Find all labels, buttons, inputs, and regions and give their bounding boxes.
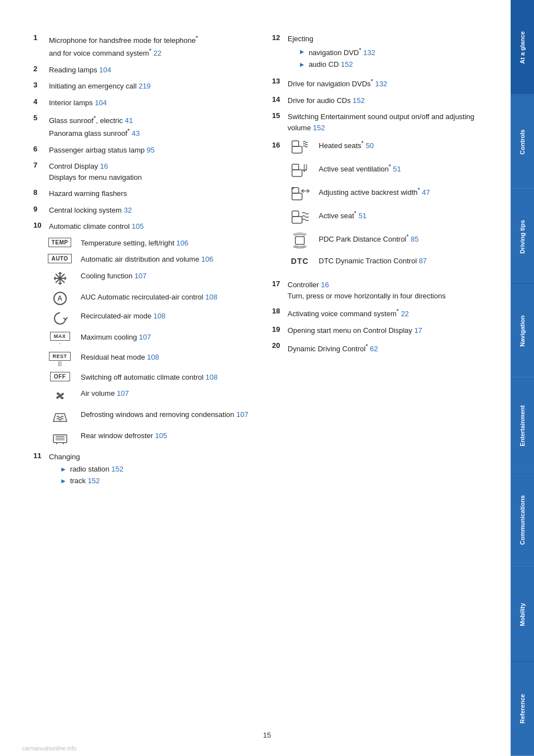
item-number: 17 — [272, 279, 283, 288]
climate-row-temp: TEMP Temperature setting, left/right 106 — [44, 238, 250, 249]
item-number: 2 — [33, 65, 44, 73]
off-badge: OFF — [44, 372, 75, 381]
item-number: 7 — [33, 161, 44, 169]
active-seat-icon — [290, 209, 310, 225]
item-text: Ejecting — [288, 35, 313, 43]
seat-row-backrest: Adjusting active backrest width* 47 — [288, 185, 488, 202]
climate-desc-text: Switching off automatic climate control … — [81, 373, 217, 381]
sidebar-tab-driving-tips[interactable]: Driving tips — [511, 189, 534, 284]
recirculate-icon — [52, 311, 68, 326]
svg-rect-21 — [292, 146, 302, 153]
item-number: 18 — [272, 307, 283, 315]
list-item: 7 Control Display 16 Displays for menu n… — [33, 161, 250, 183]
item-number: 5 — [33, 114, 44, 122]
item-text: Dynamic Driving Control* 62 — [288, 345, 378, 353]
pdc-icon-area — [288, 232, 312, 249]
seat-row-pdc: PDC Park Distance Control* 85 — [288, 232, 488, 249]
temp-badge: TEMP — [44, 238, 75, 247]
item-number: 13 — [272, 77, 283, 85]
pdc-text: PDC Park Distance Control* 85 — [319, 235, 419, 243]
dtc-badge: DTC — [291, 256, 309, 267]
recirc-icon-area — [44, 311, 75, 326]
list-item: 3 Initiating an emergency call 219 — [33, 81, 250, 92]
heated-seat-icon-area — [288, 139, 312, 155]
watermark: carmanualsonline.info — [22, 745, 76, 752]
backrest-text: Adjusting active backrest width* 47 — [319, 188, 430, 197]
seat-vent-icon-area — [288, 162, 312, 179]
seat-vent-text: Active seat ventilation* 51 — [319, 165, 401, 173]
climate-row-defrost: Defrosting windows and removing condensa… — [44, 409, 250, 425]
climate-row-auc: A AUC Automatic recirculated-air control… — [44, 292, 250, 305]
list-item-18: 18 Activating voice command system* 22 — [272, 307, 488, 320]
climate-row-rest: REST ||| Residual heat mode 108 — [44, 352, 250, 366]
defrost-icon-area — [44, 409, 75, 425]
list-item-13: 13 Drive for navigation DVDs* 132 — [272, 77, 488, 90]
defrost-icon — [51, 409, 69, 425]
list-item: 9 Central locking system 32 — [33, 205, 250, 216]
climate-desc-text: Temperature setting, left/right 106 — [81, 239, 189, 247]
sidebar-tab-communications[interactable]: Communications — [511, 473, 534, 567]
sidebar-tab-controls[interactable]: Controls — [511, 95, 534, 189]
sidebar-tab-mobility[interactable]: Mobility — [511, 567, 534, 662]
climate-desc-text: Air volume 107 — [81, 389, 129, 397]
bullet-icon: ► — [299, 60, 305, 70]
item-text: Passenger airbag status lamp — [49, 146, 145, 154]
rest-badge: REST ||| — [44, 352, 75, 366]
list-item: 1 Microphone for handsfree mode for tele… — [33, 33, 250, 59]
bullet-icon: ► — [60, 464, 67, 474]
dtc-text: DTC Dynamic Traction Control 87 — [319, 257, 427, 265]
seat-row-heated: Heated seats* 50 — [288, 139, 488, 155]
sidebar-tab-entertainment[interactable]: Entertainment — [511, 378, 534, 473]
item-text: Reading lamps — [49, 66, 97, 74]
item-text: Opening start menu on Control Display 17 — [288, 326, 422, 335]
sub-item-audio-cd: ► audio CD 152 — [299, 59, 488, 70]
item-text: Switching Entertainment sound output on/… — [288, 112, 474, 132]
list-item: 6 Passenger airbag status lamp 95 — [33, 145, 250, 156]
item-number: 15 — [272, 111, 283, 120]
max-badge: MAX ◦ — [44, 332, 75, 346]
climate-row-auto: AUTO Automatic air distribution and volu… — [44, 254, 250, 265]
climate-row-cooling: Cooling function 107 — [44, 271, 250, 286]
auc-icon-area: A — [44, 292, 75, 305]
svg-rect-27 — [292, 193, 302, 200]
seat-row-dtc: DTC DTC Dynamic Traction Control 87 — [288, 256, 488, 267]
item-text: Drive for navigation DVDs* — [288, 80, 373, 88]
page-number: 15 — [263, 731, 271, 739]
item-number: 14 — [272, 95, 283, 104]
item-text: Central locking system — [49, 206, 122, 214]
climate-row-max: MAX ◦ Maximum cooling 107 — [44, 332, 250, 346]
pdc-icon — [290, 232, 310, 249]
left-column: 1 Microphone for handsfree mode for tele… — [33, 33, 250, 493]
item-subtext: Panorama glass sunroof* 43 — [49, 129, 140, 138]
list-item-17: 17 Controller 16 Turn, press or move hor… — [272, 279, 488, 301]
bullet-icon: ► — [60, 476, 67, 486]
snowflake-icon — [52, 271, 68, 286]
sub-item-text: navigation DVD* 132 — [309, 46, 375, 58]
svg-point-30 — [291, 187, 294, 189]
item-text: Glass sunroof*, electric 41 — [49, 116, 133, 125]
rear-defrost-icon — [51, 430, 69, 446]
sub-item-text: audio CD 152 — [309, 59, 353, 70]
item-number: 3 — [33, 81, 44, 89]
item-text: Controller 16 — [288, 281, 329, 289]
item-subtext: and for voice command system* 22 — [49, 49, 161, 57]
climate-row-airvolume: Air volume 107 — [44, 388, 250, 404]
climate-row-rear-defrost: Rear window defroster 105 — [44, 430, 250, 446]
item-text: Activating voice command system* 22 — [288, 310, 409, 318]
climate-desc-text: Rear window defroster 105 — [81, 431, 167, 440]
list-item-14: 14 Drive for audio CDs 152 — [272, 95, 488, 106]
sidebar-tab-navigation[interactable]: Navigation — [511, 283, 534, 378]
item-text: Changing — [49, 453, 80, 461]
backrest-icon — [290, 185, 310, 202]
sidebar-tab-at-a-glance[interactable]: At a glance — [511, 0, 534, 95]
item-number: 4 — [33, 97, 44, 106]
item-number: 20 — [272, 341, 283, 350]
climate-desc-text: Recirculated-air mode 108 — [81, 312, 165, 320]
list-item: 5 Glass sunroof*, electric 41 Panorama g… — [33, 114, 250, 139]
item-number: 16 — [272, 141, 283, 149]
sidebar-tab-reference[interactable]: Reference — [511, 661, 534, 756]
climate-desc-text: Maximum cooling 107 — [81, 333, 151, 341]
list-item-12: 12 Ejecting ► navigation DVD* 132 ► audi… — [272, 33, 488, 71]
dtc-icon-area: DTC — [288, 256, 312, 267]
active-seat-icon-area — [288, 209, 312, 225]
